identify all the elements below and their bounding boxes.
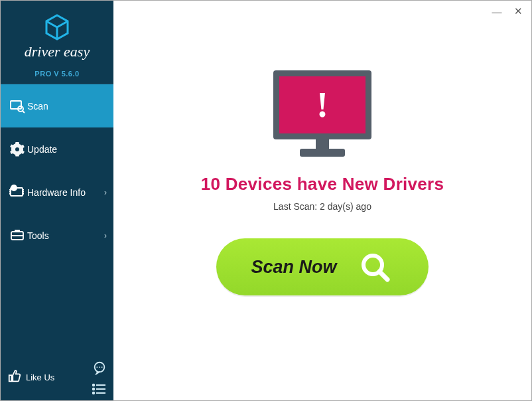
svg-rect-2: [11, 101, 21, 109]
last-scan-label: Last Scan: 2 day(s) ago: [273, 201, 371, 212]
gear-icon: [7, 141, 27, 157]
like-us-label: Like Us: [26, 372, 54, 382]
scan-icon: [7, 98, 27, 114]
svg-text:i: i: [13, 186, 15, 191]
svg-point-23: [93, 388, 95, 390]
sidebar-bottom: Like Us: [1, 354, 113, 400]
nav-item-label: Update: [27, 144, 107, 155]
scan-now-label: Scan Now: [251, 257, 336, 278]
window-controls: — ✕: [484, 1, 531, 22]
app-window: driver easy PRO V 5.6.0 Scan: [0, 0, 532, 401]
svg-text:driver easy: driver easy: [25, 43, 90, 60]
thumbs-up-icon: [7, 369, 22, 386]
svg-point-21: [93, 384, 95, 386]
logo-icon: driver easy: [15, 13, 100, 66]
menu-list-icon[interactable]: [92, 383, 107, 395]
version-label: PRO V 5.6.0: [34, 70, 79, 78]
chevron-right-icon: ›: [104, 188, 107, 197]
svg-line-4: [23, 111, 25, 113]
like-us-button[interactable]: Like Us: [7, 369, 54, 386]
chevron-right-icon: ›: [104, 231, 107, 240]
nav-item-label: Scan: [27, 101, 107, 112]
sidebar: driver easy PRO V 5.6.0 Scan: [1, 1, 113, 400]
nav-item-label: Tools: [27, 230, 104, 241]
nav-item-hardware-info[interactable]: i Hardware Info ›: [1, 171, 113, 214]
search-icon: [356, 248, 394, 286]
nav-item-update[interactable]: Update: [1, 127, 113, 171]
svg-point-25: [93, 392, 95, 394]
sidebar-nav: Scan Update: [1, 84, 113, 354]
svg-point-5: [15, 147, 19, 151]
svg-point-18: [96, 366, 98, 368]
bottom-utility-icons: [92, 361, 107, 395]
svg-point-20: [101, 366, 103, 368]
nav-item-label: Hardware Info: [27, 187, 104, 198]
nav-item-tools[interactable]: Tools ›: [1, 214, 113, 257]
close-button[interactable]: ✕: [509, 4, 527, 19]
minimize-button[interactable]: —: [488, 4, 506, 19]
tools-icon: [7, 228, 27, 244]
exclamation-icon: !: [279, 76, 366, 133]
svg-point-19: [99, 366, 100, 368]
svg-line-28: [379, 272, 387, 280]
scan-now-button[interactable]: Scan Now: [216, 238, 429, 295]
logo-area: driver easy PRO V 5.6.0: [1, 1, 113, 84]
status-headline: 10 Devices have New Drivers: [201, 174, 444, 195]
main-panel: — ✕ ! 10 Devices have New Drivers Last S…: [113, 1, 531, 400]
alert-monitor-illustration: !: [273, 70, 371, 158]
feedback-icon[interactable]: [92, 361, 107, 375]
hardware-info-icon: i: [7, 185, 27, 200]
nav-item-scan[interactable]: Scan: [1, 84, 113, 127]
